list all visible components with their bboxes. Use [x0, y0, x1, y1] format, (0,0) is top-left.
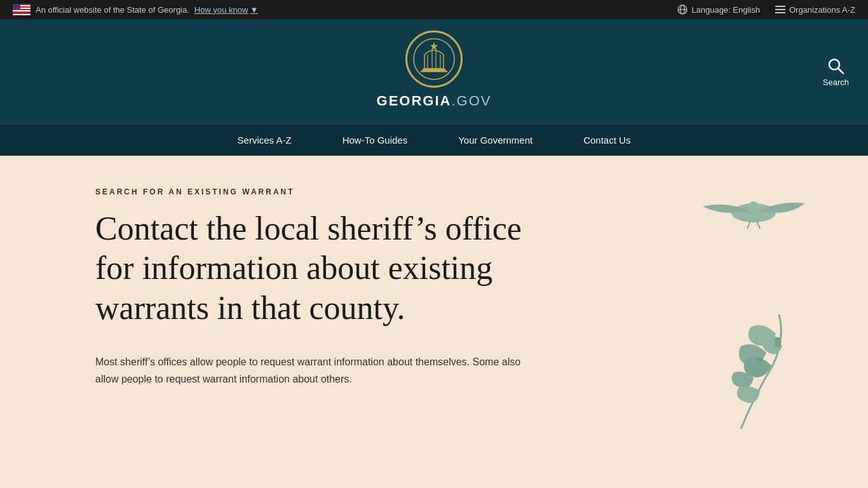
logo-georgia: GEORGIA [377, 93, 452, 109]
nav-item-government[interactable]: Your Government [433, 125, 558, 156]
list-icon [775, 4, 785, 15]
site-header: GEORGIA.GOV Search [0, 19, 868, 124]
language-label: Language: English [691, 5, 760, 15]
svg-rect-3 [775, 6, 785, 7]
banner-right: Language: English Organizations A-Z [677, 4, 855, 15]
chevron-down-icon: ▼ [250, 5, 258, 15]
site-logo[interactable]: GEORGIA.GOV [377, 30, 492, 109]
main-description: Most sheriff’s offices allow people to r… [95, 353, 527, 388]
top-banner: An official website of the State of Geor… [0, 0, 868, 19]
search-icon [827, 57, 844, 74]
globe-icon [677, 4, 688, 15]
georgia-flag-icon [13, 4, 31, 15]
svg-rect-4 [775, 9, 785, 10]
main-content: SEARCH FOR AN EXISTING WARRANT Contact t… [0, 156, 868, 488]
svg-point-23 [775, 339, 781, 348]
svg-rect-5 [775, 12, 785, 13]
how-you-know-link[interactable]: How you know ▼ [194, 5, 258, 15]
language-link[interactable]: Language: English [677, 4, 760, 15]
svg-line-15 [838, 68, 843, 73]
svg-rect-24 [775, 337, 780, 340]
nav-item-services[interactable]: Services A-Z [212, 125, 317, 156]
svg-marker-13 [430, 42, 438, 50]
how-you-know-label: How you know [194, 5, 248, 15]
nav-item-contact[interactable]: Contact Us [558, 125, 656, 156]
logo-text: GEORGIA.GOV [377, 93, 492, 109]
search-label: Search [823, 77, 849, 86]
organizations-link[interactable]: Organizations A-Z [775, 4, 855, 15]
svg-point-17 [747, 201, 760, 214]
logo-emblem [405, 30, 463, 88]
organizations-label: Organizations A-Z [789, 5, 855, 15]
search-button[interactable]: Search [823, 57, 849, 86]
banner-left: An official website of the State of Geor… [13, 4, 258, 15]
main-nav: Services A-Z How-To Guides Your Governme… [0, 124, 868, 156]
svg-rect-12 [421, 71, 447, 72]
svg-rect-22 [756, 358, 761, 361]
official-text: An official website of the State of Geor… [36, 5, 189, 15]
nav-item-howto[interactable]: How-To Guides [317, 125, 433, 156]
decorative-illustration [646, 175, 868, 488]
svg-rect-11 [423, 69, 445, 71]
main-heading: Contact the local sheriff’s office for i… [95, 209, 540, 328]
logo-gov: .GOV [451, 93, 491, 109]
